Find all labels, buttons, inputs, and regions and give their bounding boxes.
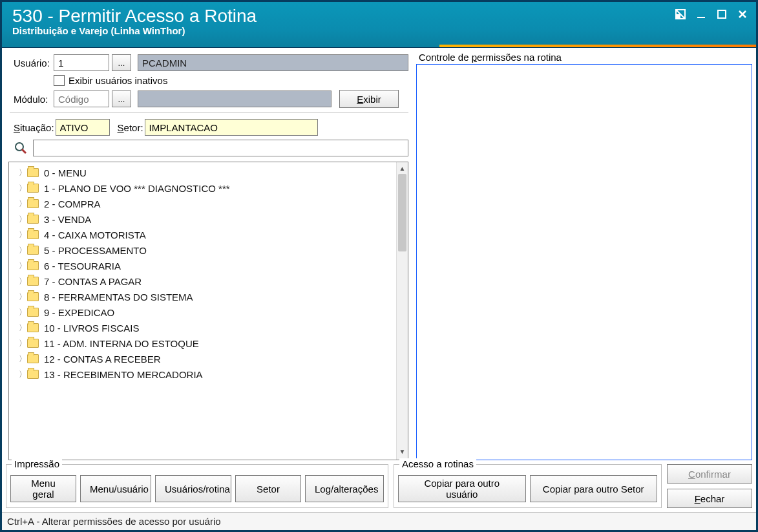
folder-icon [27, 184, 39, 193]
tree-item[interactable]: 〉12 - CONTAS A RECEBER [9, 351, 408, 367]
menu-geral-button[interactable]: Menu geral [10, 475, 76, 502]
tree-item[interactable]: 〉11 - ADM. INTERNA DO ESTOQUE [9, 335, 408, 351]
folder-icon [27, 199, 39, 208]
chevron-right-icon: 〉 [18, 292, 27, 303]
usuario-nome-display [138, 54, 408, 71]
setor-button[interactable]: Setor [235, 475, 301, 502]
setor-input[interactable] [145, 119, 318, 136]
acesso-legend: Acesso a rotinas [399, 458, 476, 469]
exibir-inativos-checkbox[interactable]: Exibir usuários inativos [54, 75, 167, 86]
tree-item[interactable]: 〉13 - RECEBIMENTO MERCADORIA [9, 367, 408, 382]
folder-icon [27, 354, 39, 363]
scroll-up-button[interactable]: ▲ [397, 162, 408, 174]
folder-icon [27, 323, 39, 332]
chevron-right-icon: 〉 [18, 261, 27, 271]
folder-icon [27, 246, 39, 255]
tree-item[interactable]: 〉6 - TESOURARIA [9, 258, 408, 273]
modulo-codigo-input[interactable] [54, 90, 109, 107]
tree-item[interactable]: 〉0 - MENU [9, 165, 408, 180]
tree-item-label: 4 - CAIXA MOTORISTA [44, 229, 146, 240]
tree-item-label: 1 - PLANO DE VOO *** DIAGNOSTICO *** [44, 183, 230, 194]
acesso-group: Acesso a rotinas Copiar para outro usuár… [394, 464, 662, 508]
folder-icon [27, 339, 39, 348]
chevron-right-icon: 〉 [18, 338, 27, 349]
log-alteracoes-button[interactable]: Log/alterações [305, 475, 384, 502]
chevron-right-icon: 〉 [18, 183, 27, 194]
tree-item-label: 8 - FERRAMENTAS DO SISTEMA [44, 292, 193, 303]
search-icon [14, 141, 28, 155]
setor-label: Setor: [118, 122, 143, 133]
menu-usuario-button[interactable]: Menu/usuário [80, 475, 151, 502]
confirmar-button[interactable]: Confirmar [667, 464, 752, 484]
svg-rect-3 [718, 10, 726, 18]
scroll-thumb[interactable] [398, 174, 406, 251]
tree-item-label: 3 - VENDA [44, 214, 91, 225]
usuarios-rotina-button[interactable]: Usuários/rotina [155, 475, 231, 502]
tree-item-label: 7 - CONTAS A PAGAR [44, 276, 142, 287]
folder-icon [27, 261, 39, 270]
chevron-right-icon: 〉 [18, 307, 27, 318]
tree-item-label: 9 - EXPEDICAO [44, 307, 114, 318]
module-tree[interactable]: 〉0 - MENU〉1 - PLANO DE VOO *** DIAGNOSTI… [8, 162, 408, 460]
chevron-right-icon: 〉 [18, 354, 27, 365]
svg-rect-2 [697, 17, 705, 18]
accent-line [439, 45, 756, 47]
window-subtitle: Distribuição e Varejo (Linha WinThor) [12, 25, 746, 36]
chevron-right-icon: 〉 [18, 198, 27, 209]
modulo-browse-button[interactable]: ... [112, 90, 131, 107]
tree-item-label: 10 - LIVROS FISCAIS [44, 323, 140, 334]
tree-item-label: 12 - CONTAS A RECEBER [44, 354, 161, 365]
tree-item[interactable]: 〉10 - LIVROS FISCAIS [9, 320, 408, 335]
impressao-legend: Impressão [12, 458, 62, 469]
impressao-group: Impressão Menu geral Menu/usuário Usuári… [6, 464, 388, 508]
half-screen-icon[interactable] [673, 7, 688, 21]
tree-item[interactable]: 〉8 - FERRAMENTAS DO SISTEMA [9, 289, 408, 304]
svg-rect-1 [676, 14, 680, 19]
folder-icon [27, 215, 39, 224]
tree-item[interactable]: 〉5 - PROCESSAMENTO [9, 242, 408, 258]
folder-icon [27, 168, 39, 177]
tree-item-label: 13 - RECEBIMENTO MERCADORIA [44, 369, 203, 380]
tree-item[interactable]: 〉9 - EXPEDICAO [9, 304, 408, 320]
tree-item[interactable]: 〉7 - CONTAS A PAGAR [9, 273, 408, 289]
tree-item[interactable]: 〉1 - PLANO DE VOO *** DIAGNOSTICO *** [9, 180, 408, 196]
usuario-codigo-input[interactable] [54, 54, 109, 71]
chevron-right-icon: 〉 [18, 245, 27, 256]
chevron-right-icon: 〉 [18, 276, 27, 287]
modulo-label: Módulo: [14, 94, 54, 105]
situacao-label: Situação: [14, 122, 54, 133]
window-title: 530 - Permitir Acesso a Rotina [12, 6, 746, 27]
chevron-right-icon: 〉 [18, 214, 27, 225]
folder-icon [27, 370, 39, 379]
folder-icon [27, 277, 39, 286]
fechar-button[interactable]: Fechar [667, 489, 752, 508]
tree-item-label: 6 - TESOURARIA [44, 261, 121, 271]
status-bar: Ctrl+A - Alterar permissões de acesso po… [2, 512, 756, 530]
svg-line-5 [22, 149, 26, 153]
chevron-right-icon: 〉 [18, 323, 27, 334]
minimize-button[interactable] [694, 7, 708, 21]
tree-item[interactable]: 〉3 - VENDA [9, 211, 408, 227]
tree-item[interactable]: 〉2 - COMPRA [9, 196, 408, 211]
tree-item-label: 0 - MENU [44, 167, 87, 178]
exibir-button[interactable]: Exibir [339, 90, 399, 108]
chevron-right-icon: 〉 [18, 229, 27, 240]
copiar-usuario-button[interactable]: Copiar para outro usuário [398, 475, 526, 502]
folder-icon [27, 292, 39, 301]
close-button[interactable] [735, 7, 750, 21]
modulo-nome-display [138, 90, 332, 107]
usuario-browse-button[interactable]: ... [112, 54, 131, 71]
maximize-button[interactable] [715, 7, 729, 21]
tree-item-label: 5 - PROCESSAMENTO [44, 245, 147, 256]
folder-icon [27, 308, 39, 317]
usuario-label: Usuário: [14, 58, 54, 69]
permissions-panel[interactable] [416, 64, 752, 460]
tree-scrollbar[interactable]: ▲ ▼ [396, 162, 408, 460]
folder-icon [27, 230, 39, 239]
search-input[interactable] [33, 140, 408, 156]
copiar-setor-button[interactable]: Copiar para outro Setor [530, 475, 658, 502]
tree-item-label: 11 - ADM. INTERNA DO ESTOQUE [44, 338, 199, 349]
tree-item[interactable]: 〉4 - CAIXA MOTORISTA [9, 227, 408, 242]
permissions-panel-label: Controle de permissões na rotina [419, 52, 752, 63]
situacao-input[interactable] [56, 119, 110, 136]
